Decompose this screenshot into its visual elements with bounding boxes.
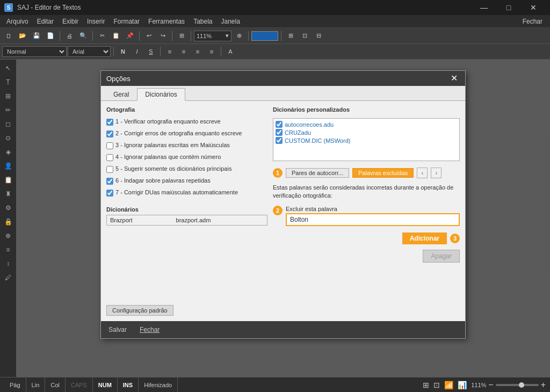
zoom-dropdown-icon[interactable]: ▾ (226, 32, 229, 39)
ortografia-check-2[interactable] (106, 130, 113, 137)
toolbar-table[interactable]: ⊞ (175, 30, 188, 42)
adicionar-button[interactable]: Adicionar (402, 233, 447, 244)
toolbar-open[interactable]: 📂 (16, 30, 29, 42)
toolbar-copy[interactable]: 📋 (110, 30, 122, 42)
minimize-button[interactable]: — (472, 0, 496, 15)
status-icon-1[interactable]: ⊞ (423, 381, 429, 389)
footer-close[interactable]: Fechar (138, 325, 162, 335)
maximize-button[interactable]: □ (496, 0, 521, 15)
sidebar-tool-6[interactable]: ⊙ (2, 132, 14, 144)
custom-dict-check-1[interactable] (276, 121, 283, 128)
close-button[interactable]: ✕ (521, 0, 546, 15)
toolbar-italic[interactable]: I (131, 46, 143, 57)
menu-formatar[interactable]: Formatar (109, 15, 144, 28)
zoom-out-btn[interactable]: − (488, 380, 493, 390)
menu-exibir[interactable]: Exibir (58, 15, 83, 28)
dialog-close-button[interactable]: ✕ (448, 74, 460, 83)
toolbar-print[interactable]: 🖨 (63, 30, 76, 42)
toolbar-more3[interactable]: ⊟ (312, 30, 325, 42)
ortografia-check-6[interactable] (106, 178, 113, 185)
toolbar-save2[interactable]: 📄 (44, 30, 57, 42)
font-select[interactable]: Arial (68, 46, 111, 57)
toolbar-align-center[interactable]: ≡ (177, 46, 190, 57)
apagar-row: Apagar (273, 250, 460, 263)
sidebar-tool-3[interactable]: ⊞ (2, 90, 14, 102)
sidebar-tool-11[interactable]: ⚙ (2, 202, 14, 214)
zoom-slider[interactable] (496, 384, 539, 386)
sidebar-tool-15[interactable]: ↕ (2, 258, 14, 270)
badge-2: 2 (273, 206, 283, 215)
ortografia-label-5: 5 - Sugerir somente os dicionários princ… (115, 165, 231, 172)
menu-ferramentas[interactable]: Ferramentas (144, 15, 189, 28)
sidebar-tool-2[interactable]: T (2, 76, 14, 88)
ortografia-check-1[interactable] (106, 119, 113, 126)
menu-inserir[interactable]: Inserir (83, 15, 109, 28)
sidebar-tool-7[interactable]: ◈ (2, 146, 14, 158)
status-icon-3[interactable]: 📶 (444, 381, 453, 389)
status-lin: Lin (26, 378, 46, 393)
sidebar-tool-10[interactable]: ♜ (2, 188, 14, 200)
toolbar-paste[interactable]: 📌 (124, 30, 136, 42)
sidebar-tool-8[interactable]: 👤 (2, 160, 14, 172)
status-hifenizado: Hifenizado (139, 378, 178, 393)
tab-palavras-excluidas[interactable]: Palavras excluídas (352, 168, 414, 178)
status-ins: INS (118, 378, 139, 393)
zoom-box: 111% ▾ (194, 31, 231, 41)
ortografia-check-7[interactable] (106, 190, 113, 197)
ortografia-check-5[interactable] (106, 166, 113, 173)
custom-dict-label-1: autocorrecoes.adu (285, 121, 334, 128)
menu-tabela[interactable]: Tabela (189, 15, 216, 28)
sidebar-tool-16[interactable]: 🖊 (2, 272, 14, 284)
menu-editar[interactable]: Editar (33, 15, 58, 28)
dict-name: Brazport (107, 215, 173, 226)
sidebar-tool-12[interactable]: 🔒 (2, 216, 14, 228)
toolbar-align-left[interactable]: ≡ (163, 46, 176, 57)
toolbar-more2[interactable]: ⊡ (298, 30, 311, 42)
apagar-button[interactable]: Apagar (423, 250, 460, 263)
excluir-input[interactable] (286, 213, 460, 226)
fechar-button[interactable]: Fechar (517, 17, 548, 26)
sidebar-tool-1[interactable]: ↖ (2, 62, 14, 74)
status-icon-4[interactable]: 📊 (458, 381, 467, 389)
dict-row: Brazport brazport.adm (107, 215, 267, 226)
toolbar-redo[interactable]: ↪ (156, 30, 169, 42)
tab-dicionarios[interactable]: Dicionários (137, 88, 185, 101)
custom-dict-check-3[interactable] (276, 137, 283, 144)
ortografia-check-4[interactable] (106, 154, 113, 161)
badge-1: 1 (273, 168, 283, 178)
toolbar-more1[interactable]: ⊞ (284, 30, 297, 42)
sidebar-tool-5[interactable]: ◻ (2, 118, 14, 130)
sidebar-tool-4[interactable]: ✏ (2, 104, 14, 116)
doc-area[interactable]: Opções ✕ Geral Dicionários Ortografia (16, 60, 550, 378)
menu-janela[interactable]: Janela (217, 15, 244, 28)
tab-pares[interactable]: Pares de autocorr... (286, 168, 349, 178)
sidebar-tool-14[interactable]: ≡ (2, 244, 14, 256)
menu-arquivo[interactable]: Arquivo (2, 15, 33, 28)
format-select[interactable]: Normal (2, 46, 67, 57)
ortografia-check-3[interactable] (106, 142, 113, 149)
tab-next[interactable]: › (431, 168, 442, 178)
toolbar-font-color[interactable]: A (224, 46, 237, 57)
sidebar-tool-13[interactable]: ⊕ (2, 230, 14, 242)
tab-prev[interactable]: ‹ (417, 168, 428, 178)
color-swatch[interactable] (251, 31, 278, 41)
sep3 (139, 31, 140, 41)
info-text: Estas palavras serão consideradas incorr… (273, 184, 460, 200)
footer-save[interactable]: Salvar (106, 325, 129, 335)
zoom-in-btn[interactable]: + (541, 380, 546, 390)
custom-dict-check-2[interactable] (276, 129, 283, 136)
toolbar-new[interactable]: 🗋 (2, 30, 15, 42)
config-btn[interactable]: Configuração padrão (106, 305, 173, 316)
toolbar-align-justify[interactable]: ≡ (205, 46, 218, 57)
toolbar-preview[interactable]: 🔍 (77, 30, 90, 42)
toolbar-align-right[interactable]: ≡ (191, 46, 204, 57)
toolbar-bold[interactable]: N (117, 46, 129, 57)
toolbar-underline[interactable]: S (144, 46, 157, 57)
tab-geral[interactable]: Geral (105, 88, 137, 100)
status-icon-2[interactable]: ⊡ (433, 381, 440, 389)
toolbar-cut[interactable]: ✂ (96, 30, 108, 42)
toolbar-save[interactable]: 💾 (30, 30, 43, 42)
toolbar-zoom-reset[interactable]: ⊕ (233, 30, 245, 42)
sidebar-tool-9[interactable]: 📋 (2, 174, 14, 186)
toolbar-undo[interactable]: ↩ (142, 30, 155, 42)
